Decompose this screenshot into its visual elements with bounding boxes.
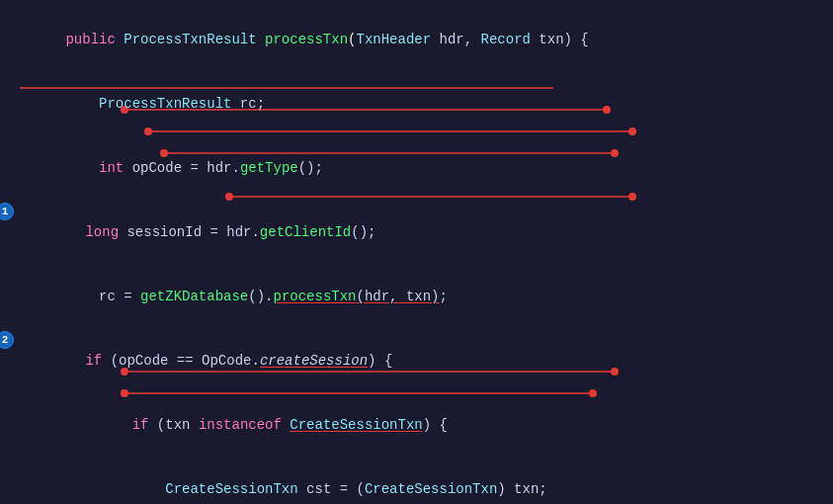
annotation-circle-2: 2 [0,331,14,349]
code-line-6: 2 if (opCode == OpCode.createSession) { [0,329,833,393]
code-line-2: ProcessTxnResult rc; [0,72,833,136]
code-line-3: int opCode = hdr.getType(); [0,136,833,201]
code-container: public ProcessTxnResult processTxn(TxnHe… [0,0,833,504]
code-line-1: public ProcessTxnResult processTxn(TxnHe… [0,8,833,72]
code-line-5: rc = getZKDatabase().processTxn(hdr, txn… [0,265,833,329]
annotation-circle-1: 1 [0,203,14,220]
code-line-7: if (txn instanceof CreateSessionTxn) { [0,393,833,458]
code-line-8: CreateSessionTxn cst = (CreateSessionTxn… [0,458,833,504]
code-line-4: 1 long sessionId = hdr.getClientId(); [0,201,833,265]
